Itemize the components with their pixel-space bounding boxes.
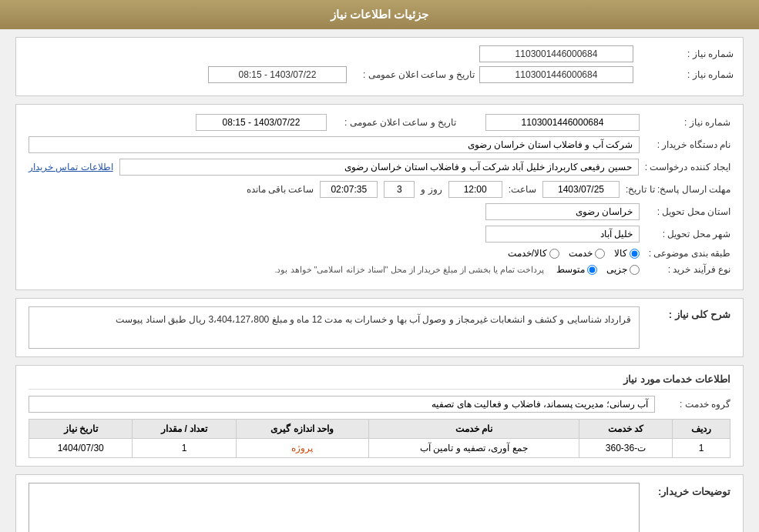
service-group-label: گروه خدمت :	[661, 399, 730, 410]
deadline-remaining: 02:07:35	[320, 181, 378, 198]
buyer-org-field: شرکت آب و فاضلاب استان خراسان رضوی	[29, 136, 640, 153]
category-radio-group: کالا خدمت کالا/خدمت	[508, 248, 640, 259]
td-name: جمع آوری، تصفیه و تامین آب	[368, 439, 579, 458]
need-num-label: شماره نیاز :	[646, 117, 730, 128]
td-date: 1404/07/30	[29, 439, 133, 458]
deadline-day-label: روز و	[421, 184, 442, 195]
buyer-desc-textarea[interactable]	[29, 483, 640, 532]
deadline-time-label: ساعت:	[509, 184, 536, 195]
announce-label: تاریخ و ساعت اعلان عمومی :	[333, 117, 456, 128]
category-radio-khedmat[interactable]: خدمت	[569, 248, 605, 259]
process-note: پرداخت تمام یا بخشی از مبلغ خریدار از مح…	[274, 265, 544, 275]
requester-field: حسین رفیعی کاربرداز خلیل آباد شرکت آب و …	[119, 159, 639, 176]
process-label: نوع فرآیند خرید :	[646, 264, 730, 275]
td-code: ت-36-360	[579, 439, 673, 458]
city-label: شهر محل تحویل :	[646, 229, 730, 239]
announce-date-label: تاریخ و ساعت اعلان عمومی :	[351, 69, 475, 80]
need-number-row: شماره نیاز : 1103001446000684	[25, 45, 734, 62]
need-number-value: 1103001446000684	[479, 45, 633, 62]
announce-value: 1403/07/22 - 08:15	[196, 114, 327, 131]
service-table: ردیف کد خدمت نام خدمت واحد اندازه گیری ت…	[29, 419, 730, 458]
remaining-label: ساعت باقی مانده	[247, 184, 314, 195]
service-group-field: آب رسانی؛ مدیریت پسماند، فاضلاب و فعالیت…	[29, 396, 655, 413]
process-radio-group: جزیی متوسط	[556, 264, 640, 275]
category-label: طبقه بندی موضوعی :	[646, 248, 730, 259]
announce-date-row: شماره نیاز : 1103001446000684 تاریخ و سا…	[25, 66, 734, 83]
need-number-val2: 1103001446000684	[479, 66, 633, 83]
requester-label: ایجاد کننده درخواست :	[645, 162, 730, 172]
announce-date-value: 1403/07/22 - 08:15	[208, 66, 347, 83]
buyer-org-label: نام دستگاه خریدار :	[646, 139, 730, 150]
contact-link[interactable]: اطلاعات تماس خریدار	[29, 162, 113, 172]
need-num-field: 1103001446000684	[485, 114, 640, 131]
category-radio-kala-khedmat[interactable]: کالا/خدمت	[508, 248, 559, 259]
th-date: تاریخ نیاز	[29, 420, 133, 439]
td-qty: 1	[133, 439, 236, 458]
category-radio-kala[interactable]: کالا	[614, 248, 640, 259]
services-section-title: اطلاعات خدمات مورد نیاز	[29, 373, 730, 390]
need-number-label2: شماره نیاز :	[633, 69, 734, 80]
desc-label: شرح کلی نیاز :	[646, 306, 730, 320]
td-unit: پروژه	[236, 439, 368, 458]
process-radio-jozi[interactable]: جزیی	[606, 264, 640, 275]
buyer-desc-label: توضیحات خریدار:	[646, 483, 730, 497]
deadline-label: مهلت ارسال پاسخ: تا تاریخ:	[626, 184, 730, 195]
need-number-label: شماره نیاز :	[633, 49, 734, 59]
th-name: نام خدمت	[368, 420, 579, 439]
th-row: ردیف	[673, 420, 730, 439]
process-radio-motevaset[interactable]: متوسط	[556, 264, 597, 275]
td-row-num: 1	[673, 439, 730, 458]
province-label: استان محل تحویل :	[646, 206, 730, 217]
deadline-time: 12:00	[448, 181, 502, 198]
page-title: جزئیات اطلاعات نیاز	[331, 8, 428, 21]
page-header: جزئیات اطلاعات نیاز	[0, 0, 759, 29]
th-unit: واحد اندازه گیری	[236, 420, 368, 439]
th-code: کد خدمت	[579, 420, 673, 439]
deadline-days: 3	[384, 181, 415, 198]
province-field: خراسان رضوی	[485, 203, 640, 220]
table-header-row: ردیف کد خدمت نام خدمت واحد اندازه گیری ت…	[29, 420, 730, 439]
deadline-date: 1403/07/25	[542, 181, 620, 198]
desc-field: قرارداد شناسایی و کشف و انشعابات غیرمجاز…	[29, 306, 640, 349]
th-qty: تعداد / مقدار	[133, 420, 236, 439]
table-row: 1 ت-36-360 جمع آوری، تصفیه و تامین آب پر…	[29, 439, 730, 458]
city-field: خلیل آباد	[485, 226, 640, 243]
